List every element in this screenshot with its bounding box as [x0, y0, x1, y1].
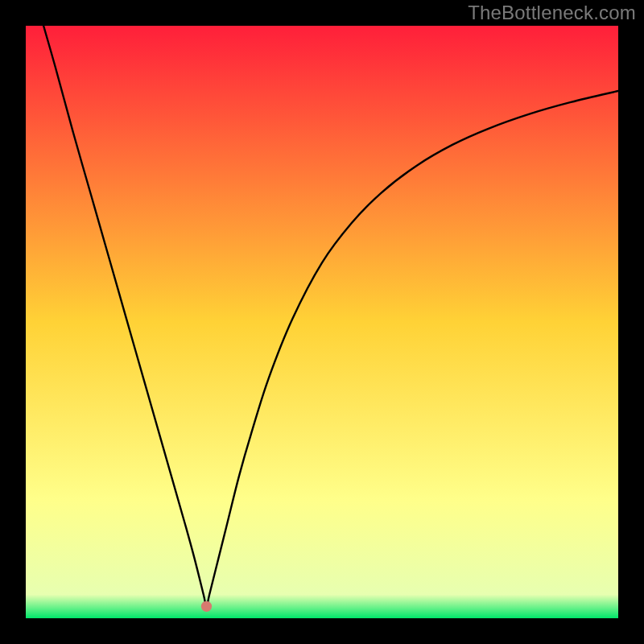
plot-svg — [26, 26, 618, 618]
marker-dot — [201, 601, 212, 612]
attribution-label: TheBottleneck.com — [468, 2, 636, 24]
chart-frame: TheBottleneck.com — [0, 0, 644, 644]
plot-area — [26, 26, 618, 618]
